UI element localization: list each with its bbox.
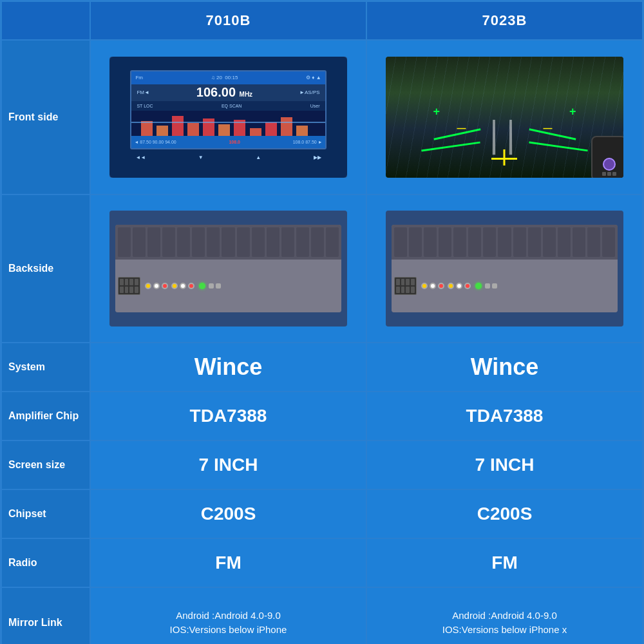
data-front-7023b: + + — — xyxy=(366,40,643,194)
label-screen-size: Screen size xyxy=(1,440,90,489)
label-amplifier-chip: Amplifier Chip xyxy=(1,392,90,440)
data-mirror-7010b: Android :Android 4.0-9.0 IOS:Versions be… xyxy=(90,587,366,644)
data-amp-7023b: TDA7388 xyxy=(366,392,643,440)
amp-value-7023b: TDA7388 xyxy=(466,406,544,426)
comparison-table: 7010B 7023B Front side Fm ♫ 20 00:15 ⚙ ♦… xyxy=(0,0,644,644)
data-chipset-7010b: C200S xyxy=(90,489,366,538)
data-amp-7010b: TDA7388 xyxy=(90,392,366,440)
col1-title-text: 7010B xyxy=(206,12,251,29)
data-screen-7010b: 7 INCH xyxy=(90,440,366,489)
header-col1: 7010B xyxy=(90,1,366,40)
label-system: System xyxy=(1,343,90,392)
screen-value-7010b: 7 INCH xyxy=(199,455,258,475)
front-image-7010b: Fm ♫ 20 00:15 ⚙ ♦ ▲ FM◄ 106.00 MHz ►AS/P… xyxy=(109,57,348,178)
label-backside: Backside xyxy=(1,194,90,343)
mirror-value-7023b: Android :Android 4.0-9.0 IOS:Versions be… xyxy=(442,609,567,638)
label-mirror-link: Mirror Link xyxy=(1,587,90,644)
data-radio-7010b: FM xyxy=(90,538,366,587)
front-image-7023b: + + — — xyxy=(386,57,624,178)
col2-title-text: 7023B xyxy=(482,12,527,29)
back-image-7023b xyxy=(386,211,624,327)
radio-value-7010b: FM xyxy=(215,553,241,573)
data-back-7023b xyxy=(366,194,643,343)
screen-value-7023b: 7 INCH xyxy=(475,455,535,475)
radio-value-7023b: FM xyxy=(491,553,517,573)
header-empty xyxy=(1,1,90,40)
label-chipset: Chipset xyxy=(1,489,90,538)
chipset-value-7010b: C200S xyxy=(201,504,256,524)
data-chipset-7023b: C200S xyxy=(366,489,643,538)
data-radio-7023b: FM xyxy=(366,538,643,587)
label-front-side: Front side xyxy=(1,40,90,194)
chipset-value-7023b: C200S xyxy=(477,504,533,524)
data-back-7010b xyxy=(90,194,366,343)
mirror-value-7010b: Android :Android 4.0-9.0 IOS:Versions be… xyxy=(170,609,287,638)
data-mirror-7023b: Android :Android 4.0-9.0 IOS:Versions be… xyxy=(366,587,643,644)
system-value-7010b: Wince xyxy=(194,354,263,381)
data-front-7010b: Fm ♫ 20 00:15 ⚙ ♦ ▲ FM◄ 106.00 MHz ►AS/P… xyxy=(90,40,366,194)
data-system-7023b: Wince xyxy=(366,343,643,392)
header-col2: 7023B xyxy=(366,1,643,40)
system-value-7023b: Wince xyxy=(471,354,539,381)
amp-value-7010b: TDA7388 xyxy=(190,406,267,426)
data-screen-7023b: 7 INCH xyxy=(366,440,643,489)
label-radio: Radio xyxy=(1,538,90,587)
data-system-7010b: Wince xyxy=(90,343,366,392)
back-image-7010b xyxy=(109,211,348,327)
